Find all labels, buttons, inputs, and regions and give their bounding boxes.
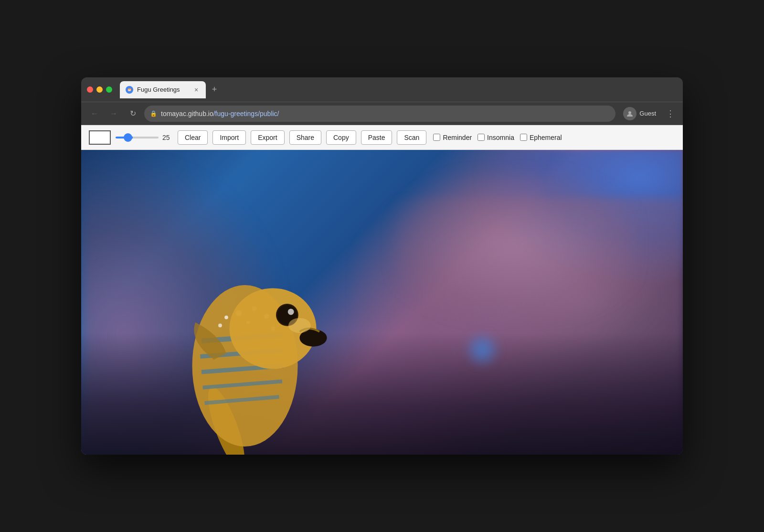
browser-menu-button[interactable]: ⋮ — [664, 107, 677, 120]
lock-icon: 🔒 — [150, 110, 157, 117]
copy-button[interactable]: Copy — [326, 130, 356, 145]
profile-label: Guest — [639, 110, 656, 117]
profile-avatar — [623, 107, 637, 120]
tab-strip: 🐡 Fugu Greetings × + — [120, 81, 677, 98]
color-swatch[interactable] — [89, 130, 111, 145]
url-base: tomayac.github.io — [161, 110, 213, 117]
url-bar[interactable]: 🔒 tomayac.github.io/fugu-greetings/publi… — [144, 106, 615, 122]
export-button[interactable]: Export — [251, 130, 284, 145]
title-bar: 🐡 Fugu Greetings × + — [81, 77, 683, 102]
back-button[interactable]: ← — [87, 106, 102, 121]
maximize-window-button[interactable] — [106, 86, 112, 93]
tab-title: Fugu Greetings — [137, 86, 189, 93]
blue-spot — [463, 330, 501, 369]
active-tab[interactable]: 🐡 Fugu Greetings × — [120, 81, 206, 98]
close-window-button[interactable] — [87, 86, 93, 93]
ephemeral-checkbox[interactable] — [520, 134, 527, 141]
svg-point-0 — [628, 111, 631, 114]
checkbox-group: Reminder Insomnia Ephemeral — [433, 134, 562, 141]
size-slider[interactable] — [116, 137, 159, 138]
clear-button[interactable]: Clear — [178, 130, 208, 145]
tab-close-button[interactable]: × — [192, 86, 200, 94]
svg-point-20 — [288, 318, 311, 333]
ephemeral-label: Ephemeral — [530, 134, 562, 141]
url-path: /fugu-greetings/public/ — [213, 110, 279, 117]
fish-illustration — [138, 217, 339, 455]
address-bar: ← → ↻ 🔒 tomayac.github.io/fugu-greetings… — [81, 102, 683, 125]
scan-button[interactable]: Scan — [397, 130, 426, 145]
paste-button[interactable]: Paste — [361, 130, 393, 145]
reminder-label: Reminder — [443, 134, 472, 141]
minimize-window-button[interactable] — [96, 86, 103, 93]
import-button[interactable]: Import — [212, 130, 246, 145]
browser-window: 🐡 Fugu Greetings × + ← → ↻ 🔒 tomayac.git… — [81, 77, 683, 455]
insomnia-checkbox-label[interactable]: Insomnia — [478, 134, 514, 141]
profile-button[interactable]: Guest — [619, 105, 660, 122]
svg-point-14 — [218, 324, 222, 328]
size-slider-container: 25 — [116, 134, 173, 141]
svg-point-18 — [288, 309, 294, 315]
slider-value: 25 — [162, 134, 173, 141]
coral-right2 — [394, 174, 635, 317]
drawing-canvas[interactable] — [81, 150, 683, 455]
share-button[interactable]: Share — [289, 130, 321, 145]
app-toolbar: 25 Clear Import Export Share Copy Paste … — [81, 125, 683, 150]
insomnia-label: Insomnia — [487, 134, 514, 141]
svg-point-10 — [224, 316, 228, 319]
insomnia-checkbox[interactable] — [478, 134, 485, 141]
refresh-button[interactable]: ↻ — [125, 106, 140, 121]
new-tab-button[interactable]: + — [208, 83, 221, 96]
reminder-checkbox[interactable] — [433, 134, 440, 141]
ephemeral-checkbox-label[interactable]: Ephemeral — [520, 134, 562, 141]
traffic-lights — [87, 86, 112, 93]
url-text: tomayac.github.io/fugu-greetings/public/ — [161, 110, 610, 117]
forward-button[interactable]: → — [106, 106, 121, 121]
fish-scene-background — [81, 150, 683, 455]
tab-favicon: 🐡 — [126, 86, 133, 94]
reminder-checkbox-label[interactable]: Reminder — [433, 134, 472, 141]
